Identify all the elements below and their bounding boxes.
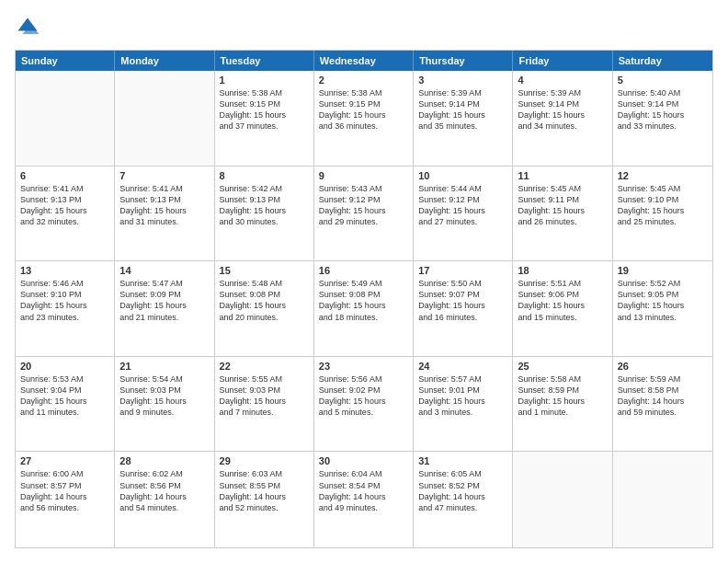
calendar-cell: 29Sunrise: 6:03 AM Sunset: 8:55 PM Dayli… [215, 452, 314, 547]
day-info: Sunrise: 5:59 AM Sunset: 8:58 PM Dayligh… [618, 373, 708, 419]
day-info: Sunrise: 6:05 AM Sunset: 8:52 PM Dayligh… [418, 468, 507, 513]
day-number: 17 [418, 265, 507, 276]
day-info: Sunrise: 5:45 AM Sunset: 9:11 PM Dayligh… [518, 183, 607, 228]
calendar-cell [513, 452, 612, 547]
day-info: Sunrise: 5:39 AM Sunset: 9:14 PM Dayligh… [418, 87, 507, 132]
calendar-cell [613, 452, 712, 547]
day-info: Sunrise: 5:49 AM Sunset: 9:08 PM Dayligh… [319, 278, 408, 323]
day-info: Sunrise: 5:52 AM Sunset: 9:05 PM Dayligh… [618, 278, 708, 323]
day-number: 6 [20, 170, 109, 181]
day-number: 13 [20, 265, 109, 276]
day-number: 20 [20, 361, 109, 372]
day-number: 21 [119, 361, 209, 372]
calendar-cell: 28Sunrise: 6:02 AM Sunset: 8:56 PM Dayli… [115, 452, 214, 547]
calendar-row: 27Sunrise: 6:00 AM Sunset: 8:57 PM Dayli… [16, 452, 712, 547]
day-number: 10 [418, 170, 507, 181]
day-info: Sunrise: 5:51 AM Sunset: 9:06 PM Dayligh… [518, 278, 607, 323]
calendar-cell: 20Sunrise: 5:53 AM Sunset: 9:04 PM Dayli… [16, 357, 115, 452]
day-number: 14 [119, 265, 209, 276]
day-info: Sunrise: 5:56 AM Sunset: 9:02 PM Dayligh… [319, 373, 408, 419]
calendar-cell: 3Sunrise: 5:39 AM Sunset: 9:14 PM Daylig… [414, 71, 513, 166]
day-number: 22 [220, 361, 309, 372]
day-info: Sunrise: 5:45 AM Sunset: 9:10 PM Dayligh… [618, 183, 708, 228]
calendar-row: 13Sunrise: 5:46 AM Sunset: 9:10 PM Dayli… [16, 261, 712, 357]
calendar-cell: 8Sunrise: 5:42 AM Sunset: 9:13 PM Daylig… [215, 167, 314, 261]
calendar-row: 6Sunrise: 5:41 AM Sunset: 9:13 PM Daylig… [16, 167, 712, 262]
day-number: 15 [220, 265, 309, 276]
calendar-cell: 6Sunrise: 5:41 AM Sunset: 9:13 PM Daylig… [16, 167, 115, 261]
day-number: 7 [119, 170, 209, 181]
calendar-cell: 2Sunrise: 5:38 AM Sunset: 9:15 PM Daylig… [314, 71, 414, 166]
calendar-cell: 25Sunrise: 5:58 AM Sunset: 8:59 PM Dayli… [513, 357, 612, 452]
day-info: Sunrise: 5:38 AM Sunset: 9:15 PM Dayligh… [220, 87, 309, 132]
day-number: 29 [220, 455, 309, 466]
calendar-header: SundayMondayTuesdayWednesdayThursdayFrid… [16, 51, 712, 71]
day-number: 28 [119, 455, 209, 466]
day-number: 8 [220, 170, 309, 181]
calendar-cell: 17Sunrise: 5:50 AM Sunset: 9:07 PM Dayli… [414, 261, 513, 356]
calendar-cell: 18Sunrise: 5:51 AM Sunset: 9:06 PM Dayli… [513, 261, 612, 356]
day-info: Sunrise: 5:41 AM Sunset: 9:13 PM Dayligh… [20, 183, 109, 228]
calendar-cell: 19Sunrise: 5:52 AM Sunset: 9:05 PM Dayli… [613, 261, 712, 356]
calendar-cell: 15Sunrise: 5:48 AM Sunset: 9:08 PM Dayli… [215, 261, 314, 356]
weekday-header: Thursday [414, 51, 513, 71]
day-number: 18 [518, 265, 607, 276]
day-info: Sunrise: 6:04 AM Sunset: 8:54 PM Dayligh… [319, 468, 408, 513]
day-number: 2 [319, 75, 408, 86]
day-info: Sunrise: 5:41 AM Sunset: 9:13 PM Dayligh… [119, 183, 209, 228]
day-info: Sunrise: 5:50 AM Sunset: 9:07 PM Dayligh… [418, 278, 507, 323]
day-info: Sunrise: 5:47 AM Sunset: 9:09 PM Dayligh… [119, 278, 209, 323]
day-number: 24 [418, 361, 507, 372]
day-number: 4 [518, 75, 607, 86]
calendar-row: 20Sunrise: 5:53 AM Sunset: 9:04 PM Dayli… [16, 357, 712, 453]
calendar-cell: 13Sunrise: 5:46 AM Sunset: 9:10 PM Dayli… [16, 261, 115, 356]
calendar-cell: 27Sunrise: 6:00 AM Sunset: 8:57 PM Dayli… [16, 452, 115, 547]
weekday-header: Sunday [16, 51, 115, 71]
calendar-cell: 4Sunrise: 5:39 AM Sunset: 9:14 PM Daylig… [513, 71, 612, 166]
calendar-cell: 1Sunrise: 5:38 AM Sunset: 9:15 PM Daylig… [215, 71, 314, 166]
calendar-cell: 5Sunrise: 5:40 AM Sunset: 9:14 PM Daylig… [613, 71, 712, 166]
calendar-cell: 22Sunrise: 5:55 AM Sunset: 9:03 PM Dayli… [215, 357, 314, 452]
day-number: 12 [618, 170, 708, 181]
day-number: 9 [319, 170, 408, 181]
weekday-header: Monday [115, 51, 214, 71]
day-number: 25 [518, 361, 607, 372]
day-info: Sunrise: 5:38 AM Sunset: 9:15 PM Dayligh… [319, 87, 408, 132]
day-info: Sunrise: 5:39 AM Sunset: 9:14 PM Dayligh… [518, 87, 607, 132]
day-info: Sunrise: 6:02 AM Sunset: 8:56 PM Dayligh… [119, 468, 209, 513]
calendar-cell: 16Sunrise: 5:49 AM Sunset: 9:08 PM Dayli… [314, 261, 414, 356]
day-info: Sunrise: 5:44 AM Sunset: 9:12 PM Dayligh… [418, 183, 507, 228]
calendar-cell: 24Sunrise: 5:57 AM Sunset: 9:01 PM Dayli… [414, 357, 513, 452]
calendar-cell: 23Sunrise: 5:56 AM Sunset: 9:02 PM Dayli… [314, 357, 414, 452]
calendar-body: 1Sunrise: 5:38 AM Sunset: 9:15 PM Daylig… [16, 71, 712, 547]
calendar-cell: 26Sunrise: 5:59 AM Sunset: 8:58 PM Dayli… [613, 357, 712, 452]
day-info: Sunrise: 6:03 AM Sunset: 8:55 PM Dayligh… [220, 468, 309, 513]
day-info: Sunrise: 5:43 AM Sunset: 9:12 PM Dayligh… [319, 183, 408, 228]
day-number: 30 [319, 455, 408, 466]
day-info: Sunrise: 5:46 AM Sunset: 9:10 PM Dayligh… [20, 278, 109, 323]
calendar-cell: 14Sunrise: 5:47 AM Sunset: 9:09 PM Dayli… [115, 261, 214, 356]
calendar-row: 1Sunrise: 5:38 AM Sunset: 9:15 PM Daylig… [16, 71, 712, 167]
day-number: 16 [319, 265, 408, 276]
day-number: 27 [20, 455, 109, 466]
calendar-cell: 10Sunrise: 5:44 AM Sunset: 9:12 PM Dayli… [414, 167, 513, 261]
day-number: 23 [319, 361, 408, 372]
calendar-cell: 21Sunrise: 5:54 AM Sunset: 9:03 PM Dayli… [115, 357, 214, 452]
day-info: Sunrise: 5:55 AM Sunset: 9:03 PM Dayligh… [220, 373, 309, 419]
day-info: Sunrise: 5:58 AM Sunset: 8:59 PM Dayligh… [518, 373, 607, 419]
weekday-header: Saturday [613, 51, 712, 71]
header [15, 15, 713, 40]
day-info: Sunrise: 5:40 AM Sunset: 9:14 PM Dayligh… [618, 87, 708, 132]
logo-icon [15, 15, 40, 40]
day-number: 26 [618, 361, 708, 372]
day-number: 5 [618, 75, 708, 86]
calendar-cell [16, 71, 115, 166]
calendar-cell: 9Sunrise: 5:43 AM Sunset: 9:12 PM Daylig… [314, 167, 414, 261]
day-info: Sunrise: 5:48 AM Sunset: 9:08 PM Dayligh… [220, 278, 309, 323]
weekday-header: Tuesday [215, 51, 314, 71]
day-info: Sunrise: 5:54 AM Sunset: 9:03 PM Dayligh… [119, 373, 209, 419]
day-info: Sunrise: 5:57 AM Sunset: 9:01 PM Dayligh… [418, 373, 507, 419]
day-number: 11 [518, 170, 607, 181]
day-info: Sunrise: 5:42 AM Sunset: 9:13 PM Dayligh… [220, 183, 309, 228]
logo [15, 15, 44, 40]
